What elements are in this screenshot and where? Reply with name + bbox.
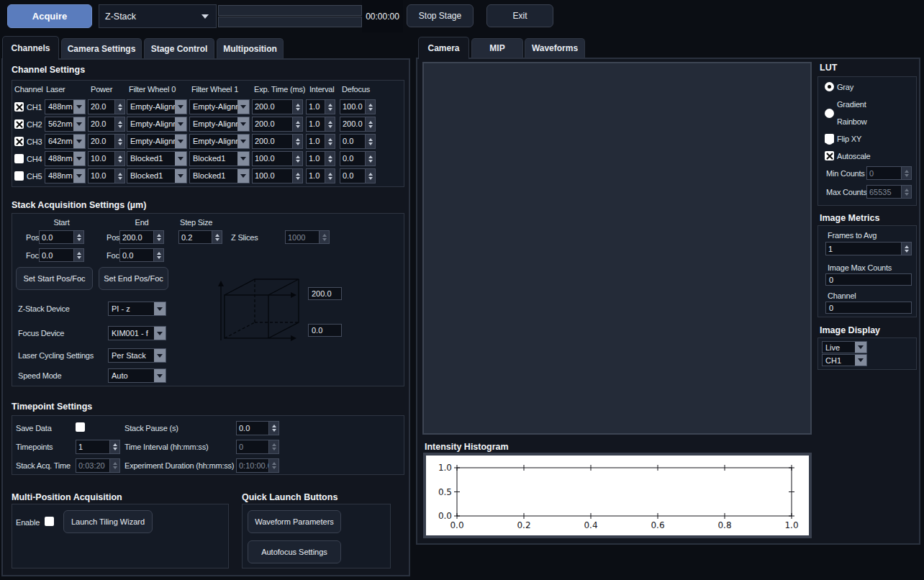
dropdown-arrow-icon[interactable] (175, 117, 186, 131)
power-spinbox[interactable]: 10.0 (88, 168, 125, 183)
channel-enable-checkbox[interactable] (14, 154, 24, 163)
end-pos-spinbox[interactable]: 200.0 (119, 230, 164, 244)
dropdown-arrow-icon[interactable] (237, 117, 249, 131)
display-mode-select[interactable]: Live (822, 341, 867, 353)
interval-spinbox[interactable]: 1.0 (306, 134, 335, 149)
set-start-pos-foc-button[interactable]: Set Start Pos/Foc (16, 267, 93, 290)
dropdown-arrow-icon[interactable] (175, 169, 186, 183)
acquisition-mode-select[interactable]: Z-Stack (99, 4, 217, 28)
spinner-arrows-icon[interactable] (365, 169, 375, 183)
spinner-arrows-icon[interactable] (292, 117, 302, 131)
tab-camera-settings[interactable]: Camera Settings (61, 38, 142, 58)
tab-camera-view[interactable]: Camera (418, 37, 469, 59)
acquire-button[interactable]: Acquire (7, 4, 92, 28)
set-end-pos-foc-button[interactable]: Set End Pos/Foc (99, 267, 168, 290)
interval-spinbox[interactable]: 1.0 (306, 168, 335, 183)
spinner-arrows-icon[interactable] (325, 117, 335, 131)
dropdown-arrow-icon[interactable] (175, 100, 186, 114)
tab-stage-control[interactable]: Stage Control (144, 38, 214, 58)
exposure-spinbox[interactable]: 100.0 (252, 168, 303, 183)
tab-mip-view[interactable]: MIP (471, 38, 523, 58)
dropdown-arrow-icon[interactable] (237, 169, 249, 183)
filter-wheel-1-select[interactable]: Empty-Alignme (189, 134, 250, 149)
autoscale-checkbox[interactable] (825, 151, 834, 160)
filter-wheel-0-select[interactable]: Blocked1 (127, 168, 187, 183)
stack-pause-spinbox[interactable]: 0.0 (236, 421, 279, 435)
focus-device-select[interactable]: KIM001 - f (108, 326, 166, 340)
waveform-parameters-button[interactable]: Waveform Parameters (248, 510, 341, 533)
defocus-spinbox[interactable]: 0.0 (340, 168, 376, 183)
dropdown-arrow-icon[interactable] (154, 349, 166, 362)
multiposition-enable-checkbox[interactable] (45, 517, 54, 526)
lut-gradient-radio[interactable] (825, 109, 834, 118)
filter-wheel-1-select[interactable]: Blocked1 (189, 168, 250, 183)
spinner-arrows-icon[interactable] (212, 231, 222, 243)
filter-wheel-0-select[interactable]: Empty-Alignme (127, 117, 187, 132)
laser-select[interactable]: 488nm (45, 151, 86, 166)
laser-select[interactable]: 488nm (45, 168, 86, 183)
speed-mode-select[interactable]: Auto (108, 368, 166, 383)
defocus-spinbox[interactable]: 0.0 (340, 134, 376, 149)
channel-enable-checkbox[interactable] (14, 119, 24, 129)
spinner-arrows-icon[interactable] (325, 100, 335, 114)
tab-waveforms-view[interactable]: Waveforms (525, 38, 585, 58)
dropdown-arrow-icon[interactable] (237, 100, 249, 114)
spinner-arrows-icon[interactable] (365, 135, 375, 148)
defocus-spinbox[interactable]: 200.0 (340, 117, 376, 132)
filter-wheel-0-select[interactable]: Empty-Alignme (127, 134, 187, 149)
defocus-spinbox[interactable]: 0.0 (340, 151, 376, 166)
dropdown-arrow-icon[interactable] (154, 327, 166, 340)
power-spinbox[interactable]: 10.0 (88, 151, 125, 166)
dropdown-arrow-icon[interactable] (855, 355, 866, 366)
exposure-spinbox[interactable]: 100.0 (252, 151, 303, 166)
dropdown-arrow-icon[interactable] (73, 100, 85, 114)
channel-enable-checkbox[interactable] (14, 102, 24, 112)
flip-xy-checkbox[interactable] (825, 134, 834, 143)
dropdown-arrow-icon[interactable] (855, 342, 866, 353)
dropdown-arrow-icon[interactable] (175, 135, 186, 148)
defocus-spinbox[interactable]: 100.0 (340, 99, 376, 114)
laser-select[interactable]: 488nm (45, 99, 86, 114)
dropdown-arrow-icon[interactable] (73, 169, 85, 183)
lut-gray-radio[interactable] (825, 82, 834, 91)
spinner-arrows-icon[interactable] (365, 117, 375, 131)
spinner-arrows-icon[interactable] (901, 243, 911, 255)
exposure-spinbox[interactable]: 200.0 (252, 99, 303, 114)
spinner-arrows-icon[interactable] (292, 152, 302, 166)
spinner-arrows-icon[interactable] (114, 100, 124, 114)
spinner-arrows-icon[interactable] (292, 135, 302, 148)
spinner-arrows-icon[interactable] (365, 152, 375, 166)
dropdown-arrow-icon[interactable] (237, 152, 249, 166)
interval-spinbox[interactable]: 1.0 (306, 151, 335, 166)
dropdown-arrow-icon[interactable] (175, 152, 186, 166)
filter-wheel-1-select[interactable]: Empty-Alignme (189, 117, 250, 132)
power-spinbox[interactable]: 20.0 (88, 117, 125, 132)
tab-multiposition[interactable]: Multiposition (217, 38, 284, 58)
spinner-arrows-icon[interactable] (114, 152, 124, 166)
spinner-arrows-icon[interactable] (325, 169, 335, 183)
stop-stage-button[interactable]: Stop Stage (407, 4, 474, 27)
zstack-device-select[interactable]: PI - z (108, 302, 166, 316)
channel-enable-checkbox[interactable] (14, 137, 24, 146)
exit-button[interactable]: Exit (486, 4, 553, 27)
autofocus-settings-button[interactable]: Autofocus Settings (248, 540, 341, 563)
exposure-spinbox[interactable]: 200.0 (252, 117, 303, 132)
channel-enable-checkbox[interactable] (14, 171, 24, 181)
filter-wheel-1-select[interactable]: Blocked1 (189, 151, 250, 166)
interval-spinbox[interactable]: 1.0 (306, 117, 335, 132)
spinner-arrows-icon[interactable] (292, 100, 302, 114)
power-spinbox[interactable]: 20.0 (88, 134, 125, 149)
spinner-arrows-icon[interactable] (153, 231, 163, 243)
dropdown-arrow-icon[interactable] (73, 135, 85, 148)
display-channel-select[interactable]: CH1 (822, 354, 867, 366)
dropdown-arrow-icon[interactable] (73, 152, 85, 166)
power-spinbox[interactable]: 20.0 (88, 99, 125, 114)
spinner-arrows-icon[interactable] (365, 100, 375, 114)
spinner-arrows-icon[interactable] (292, 169, 302, 183)
spinner-arrows-icon[interactable] (109, 440, 119, 453)
dropdown-arrow-icon[interactable] (154, 369, 166, 382)
start-foc-spinbox[interactable]: 0.0 (39, 248, 84, 262)
spinner-arrows-icon[interactable] (153, 249, 163, 261)
step-size-spinbox[interactable]: 0.2 (178, 230, 222, 244)
exposure-spinbox[interactable]: 200.0 (252, 134, 303, 149)
